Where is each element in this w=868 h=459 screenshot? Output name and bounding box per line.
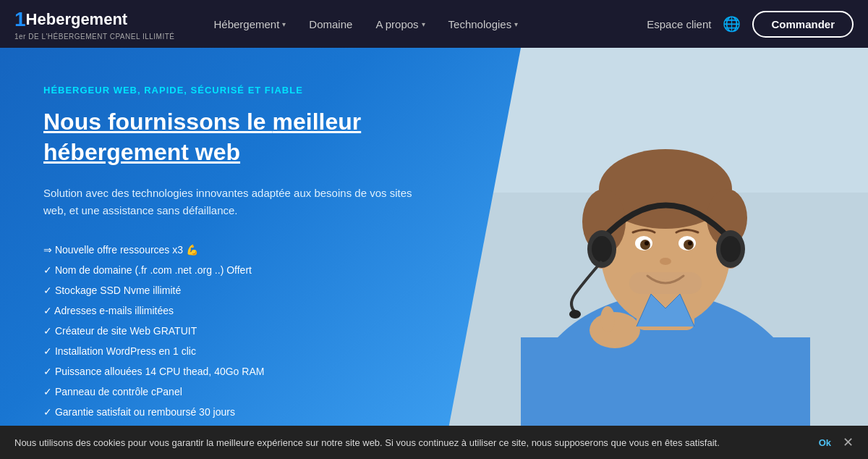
hero-title-prefix: Nous fournissons le	[43, 109, 272, 135]
nav-domaine[interactable]: Domaine	[299, 12, 362, 36]
hero-subtitle: Solution avec des technologies innovante…	[43, 185, 420, 219]
hero-tagline: HÉBERGEUR WEB, RAPIDE, SÉCURISÉ ET FIABL…	[43, 85, 477, 96]
logo-number: 1	[14, 8, 26, 31]
logo-subtitle: 1er DE L'HÉBERGEMENT CPANEL ILLIMITÉ	[14, 33, 174, 41]
svg-point-14	[688, 241, 692, 245]
logo[interactable]: 1 Hebergement 1er DE L'HÉBERGEMENT CPANE…	[14, 8, 174, 41]
nav-apropos[interactable]: A propos ▾	[365, 12, 435, 36]
svg-point-15	[660, 258, 671, 265]
globe-icon[interactable]: 🌐	[723, 15, 741, 33]
svg-point-24	[590, 312, 640, 348]
hero-section: HÉBERGEUR WEB, RAPIDE, SÉCURISÉ ET FIABL…	[0, 48, 868, 459]
svg-point-23	[569, 310, 581, 319]
chevron-down-icon-apropos: ▾	[422, 20, 425, 28]
cookie-bar: Nous utilisons des cookies pour vous gar…	[0, 426, 868, 459]
feature-item-4: ✓ Créateur de site Web GRATUIT	[43, 321, 477, 341]
logo-text: Hebergement	[26, 10, 128, 29]
chevron-down-icon-tech: ▾	[514, 20, 518, 28]
svg-point-21	[592, 236, 612, 262]
svg-point-22	[720, 236, 741, 262]
hero-title: Nous fournissons le meilleur hébergement…	[43, 107, 477, 167]
nav-technologies[interactable]: Technologies ▾	[438, 12, 529, 36]
navbar: 1 Hebergement 1er DE L'HÉBERGEMENT CPANE…	[0, 0, 868, 48]
feature-item-1: ✓ Nom de domaine (.fr .com .net .org ..)…	[43, 260, 477, 280]
cookie-message: Nous utilisons des cookies pour vous gar…	[14, 437, 804, 448]
hero-content: HÉBERGEUR WEB, RAPIDE, SÉCURISÉ ET FIABL…	[0, 48, 521, 459]
feature-item-3: ✓ Adresses e-mails illimitées	[43, 300, 477, 321]
svg-point-13	[644, 241, 649, 245]
hero-features-list: ⇒ Nouvelle offre ressources x3 💪✓ Nom de…	[43, 240, 477, 422]
cookie-ok-button[interactable]: Ok	[819, 437, 831, 448]
feature-item-0: ⇒ Nouvelle offre ressources x3 💪	[43, 240, 477, 260]
feature-item-5: ✓ Installation WordPress en 1 clic	[43, 341, 477, 361]
feature-item-6: ✓ Puissance allouées 14 CPU thead, 40Go …	[43, 361, 477, 382]
chevron-down-icon: ▾	[282, 20, 286, 28]
feature-item-8: ✓ Garantie satisfait ou remboursé 30 jou…	[43, 402, 477, 422]
feature-item-2: ✓ Stockage SSD Nvme illimité	[43, 280, 477, 300]
commander-button[interactable]: Commander	[752, 11, 854, 38]
svg-point-25	[600, 306, 615, 332]
nav-hebergement[interactable]: Hébergement ▾	[203, 12, 296, 36]
feature-item-7: ✓ Panneau de contrôle cPanel	[43, 382, 477, 402]
espace-client-link[interactable]: Espace client	[647, 18, 711, 30]
nav-right: Espace client 🌐 Commander	[647, 11, 854, 38]
cookie-close-button[interactable]: ✕	[843, 434, 854, 450]
nav-links: Hébergement ▾ Domaine A propos ▾ Technol…	[203, 12, 647, 36]
svg-rect-16	[629, 272, 702, 294]
